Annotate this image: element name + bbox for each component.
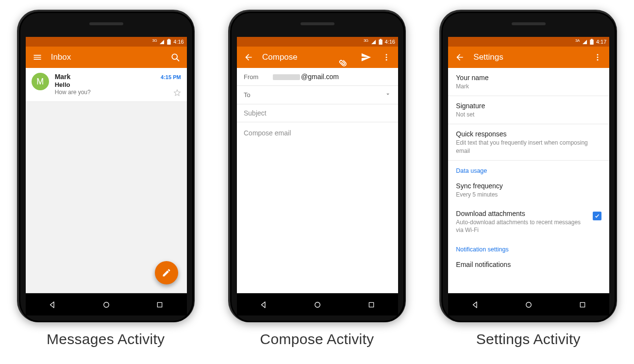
device-label-compose: Compose Activity [260,331,374,347]
setting-sub: Edit text that you frequently insert whe… [456,139,601,154]
avatar[interactable]: M [32,73,49,90]
svg-line-1 [177,59,179,61]
device-row: 3G 4:16 Inbox [0,10,634,347]
signal-icon [371,39,376,45]
screen-compose: 3G 4:16 Compose [237,37,398,293]
section-header-data-usage: Data usage [448,161,609,176]
setting-title: Signature [456,102,601,110]
nav-recents-icon[interactable] [573,295,592,314]
statusbar: 3G 4:16 [237,37,398,47]
svg-point-11 [597,59,599,61]
nav-back-icon[interactable] [43,295,62,314]
nav-home-icon[interactable] [97,295,116,314]
message-from: Mark [55,73,71,81]
compose-body: From @gmail.com To Subject [237,68,398,293]
settings-body[interactable]: Your name Mark Signature Not set Quick r… [448,68,609,293]
subject-row[interactable]: Subject [237,104,398,122]
to-row[interactable]: To [237,86,398,104]
chevron-down-icon[interactable] [384,91,391,99]
setting-sub: Auto-download attachments to recent mess… [456,218,588,234]
appbar-title: Settings [473,52,591,62]
device-col-compose: 3G 4:16 Compose [220,10,414,347]
setting-title: Your name [456,74,601,82]
nav-home-icon[interactable] [308,295,327,314]
device-col-settings: 3A 4:17 Settings [431,10,625,347]
statusbar: 3A 4:17 [448,37,609,47]
from-row[interactable]: From @gmail.com [237,68,398,86]
status-time: 4:17 [596,39,606,45]
send-icon[interactable] [359,50,373,64]
signal-icon [159,39,165,45]
android-navbar [26,294,187,315]
network-type: 3A [575,38,580,43]
back-arrow-icon[interactable] [242,50,255,64]
attach-icon[interactable] [339,50,352,64]
svg-point-5 [385,57,387,58]
nav-home-icon[interactable] [519,295,538,314]
phone-frame-settings: 3A 4:17 Settings [439,10,617,322]
back-arrow-icon[interactable] [453,50,467,64]
setting-title: Sync frequency [456,182,601,190]
subject-field[interactable]: Subject [244,109,391,117]
body-field[interactable]: Compose email [237,122,398,293]
setting-signature[interactable]: Signature Not set [448,96,609,124]
overflow-icon[interactable] [591,50,604,64]
appbar-inbox: Inbox [26,47,187,68]
nav-back-icon[interactable] [254,295,273,314]
setting-email-notifications[interactable]: Email notifications [448,255,609,268]
section-header-notifications: Notification settings [448,239,609,255]
battery-icon [379,39,383,45]
battery-icon [590,39,594,45]
setting-title: Email notifications [456,261,601,268]
checkbox-on[interactable] [593,212,601,220]
appbar-compose: Compose [237,47,398,68]
svg-rect-3 [158,302,162,307]
svg-point-2 [103,302,109,308]
svg-point-7 [315,302,320,308]
network-type: 3G [364,38,368,43]
nav-back-icon[interactable] [466,295,485,314]
svg-point-4 [385,54,387,55]
nav-recents-icon[interactable] [362,295,381,314]
svg-point-10 [597,57,599,58]
screen-settings: 3A 4:17 Settings [448,37,609,293]
svg-rect-13 [580,302,584,307]
appbar-settings: Settings [448,47,609,68]
appbar-title: Compose [262,52,339,62]
to-label: To [244,91,266,99]
android-navbar [448,294,609,315]
setting-download-attachments[interactable]: Download attachments Auto-download attac… [448,204,609,239]
phone-frame-messages: 3G 4:16 Inbox [17,10,195,322]
setting-sub: Mark [456,83,601,90]
overflow-icon[interactable] [380,50,393,64]
signal-icon [582,39,587,45]
svg-point-9 [597,54,599,55]
screen-messages: 3G 4:16 Inbox [26,37,187,293]
statusbar: 3G 4:16 [26,37,187,47]
setting-quick-responses[interactable]: Quick responses Edit text that you frequ… [448,124,609,160]
search-icon[interactable] [168,50,182,64]
from-domain: @gmail.com [301,73,339,81]
device-col-messages: 3G 4:16 Inbox [9,10,203,347]
nav-recents-icon[interactable] [150,295,169,314]
hamburger-icon[interactable] [31,50,44,64]
message-subject: Hello [55,81,181,88]
setting-sub: Every 5 minutes [456,191,601,199]
from-value: @gmail.com [273,73,391,81]
message-item[interactable]: M Mark 4:15 PM Hello How are you? [26,68,187,102]
device-label-settings: Settings Activity [476,331,581,347]
svg-point-6 [385,59,387,61]
setting-title: Download attachments [456,210,588,217]
inbox-body: M Mark 4:15 PM Hello How are you? [26,68,187,293]
compose-fab[interactable] [155,261,178,284]
phone-frame-compose: 3G 4:16 Compose [228,10,406,322]
message-time: 4:15 PM [161,74,181,80]
setting-sync-frequency[interactable]: Sync frequency Every 5 minutes [448,176,609,204]
battery-icon [167,39,171,45]
message-main: Mark 4:15 PM Hello How are you? [55,73,181,97]
setting-your-name[interactable]: Your name Mark [448,68,609,96]
status-time: 4:16 [385,39,395,45]
star-icon[interactable] [173,89,181,97]
message-snippet: How are you? [55,89,91,96]
status-time: 4:16 [173,39,184,45]
